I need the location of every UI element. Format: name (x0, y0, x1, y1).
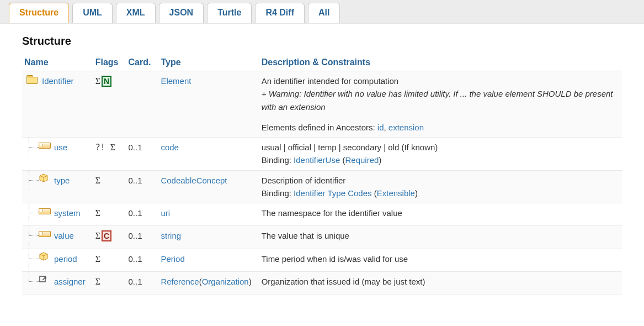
binding-value[interactable]: IdentifierUse (294, 155, 340, 165)
element-identifier[interactable]: Identifier (42, 75, 74, 87)
type-cell: CodeableConcept (158, 170, 259, 203)
table-row: typeΣ0..1CodeableConceptDescription of i… (22, 170, 622, 203)
description-cell: Description of identifierBinding: Identi… (259, 170, 622, 203)
summary-flag: Σ (110, 143, 115, 152)
summary-flag: Σ (95, 208, 100, 218)
cube-icon (39, 173, 51, 182)
type-element[interactable]: Element (161, 76, 191, 86)
section-heading: Structure (22, 35, 622, 48)
cardinality: 0..1 (126, 138, 159, 171)
tab-strip: StructureUMLXMLJSONTurtleR4 DiffAll (0, 0, 644, 24)
summary-flag: Σ (95, 76, 100, 86)
element-system[interactable]: system (54, 207, 81, 219)
tab-turtle[interactable]: Turtle (207, 3, 252, 23)
modifier-flag: ?! (95, 143, 110, 153)
col-desc[interactable]: Description & Constraints (259, 55, 622, 71)
element-assigner[interactable]: assigner (54, 275, 86, 288)
flags-cell: ΣN (93, 71, 126, 138)
summary-flag: Σ (95, 254, 100, 264)
type-string[interactable]: string (161, 231, 181, 240)
flags-cell: Σ (93, 170, 126, 203)
flags-cell: ΣC (93, 226, 126, 249)
type-code[interactable]: code (161, 143, 179, 152)
description-text: Organization that issued id (may be just… (262, 275, 614, 288)
tab-json[interactable]: JSON (159, 3, 204, 23)
cardinality: 0..1 (126, 271, 159, 294)
cardinality: 0..1 (126, 249, 159, 271)
tab-xml[interactable]: XML (116, 3, 156, 23)
cardinality: 0..1 (126, 226, 159, 249)
description-text: usual | official | temp | secondary | ol… (262, 141, 614, 154)
type-codeableconcept[interactable]: CodeableConcept (161, 176, 227, 185)
tab-all[interactable]: All (308, 3, 340, 23)
table-row: systemΣ0..1uriThe namespace for the iden… (22, 203, 622, 226)
tab-uml[interactable]: UML (72, 3, 113, 23)
table-row: IdentifierΣNElementAn identifier intende… (22, 71, 622, 138)
cardinality: 0..1 (126, 170, 159, 203)
ancestor-id[interactable]: id (377, 123, 384, 132)
structure-table: Name Flags Card. Type Description & Cons… (22, 55, 622, 295)
type-uri[interactable]: uri (161, 208, 170, 218)
type-cell: uri (158, 203, 259, 226)
cardinality: 0..1 (126, 203, 159, 226)
tab-structure[interactable]: Structure (9, 3, 69, 23)
flags-cell: Σ (93, 271, 126, 294)
summary-flag: Σ (95, 176, 100, 185)
folder-icon (26, 74, 39, 83)
prim-icon (39, 140, 51, 149)
table-row: use?! Σ0..1codeusual | official | temp |… (22, 138, 622, 171)
normative-flag: N (102, 76, 111, 87)
ancestors-line: Elements defined in Ancestors: id, exten… (262, 121, 614, 134)
constraint-flag: C (102, 230, 111, 241)
summary-flag: Σ (95, 231, 100, 240)
table-row: periodΣ0..1PeriodTime period when id is/… (22, 249, 622, 271)
summary-flag: Σ (95, 277, 100, 286)
description-text: The value that is unique (262, 229, 614, 242)
flags-cell: Σ (93, 249, 126, 271)
type-cell: string (158, 226, 259, 249)
description-cell: usual | official | temp | secondary | ol… (259, 138, 622, 171)
description-cell: The namespace for the identifier value (259, 203, 622, 226)
element-period[interactable]: period (54, 253, 77, 265)
binding-strength[interactable]: Extensible (377, 188, 415, 198)
tab-r4-diff[interactable]: R4 Diff (255, 3, 305, 23)
type-period[interactable]: Period (161, 254, 184, 264)
cube-icon (39, 252, 51, 261)
description-cell: Organization that issued id (may be just… (259, 271, 622, 294)
prim-icon (39, 206, 51, 215)
structure-panel: Structure Name Flags Card. Type Descript… (0, 24, 644, 306)
binding-line: Binding: Identifier Type Codes (Extensib… (262, 187, 614, 199)
description-cell: An identifier intended for computationWa… (259, 71, 622, 138)
flags-cell: Σ (93, 203, 126, 226)
col-type[interactable]: Type (158, 55, 259, 71)
description-text: Time period when id is/was valid for use (262, 253, 614, 265)
type-cell: Period (158, 249, 259, 271)
description-text: The namespace for the identifier value (262, 207, 614, 219)
constraint-warning: Warning: Identifier with no value has li… (262, 87, 614, 113)
table-row: assignerΣ0..1Reference(Organization)Orga… (22, 271, 622, 294)
type-cell: code (158, 138, 259, 171)
element-type[interactable]: type (54, 174, 70, 187)
type-reference[interactable]: Reference (161, 277, 199, 286)
col-name[interactable]: Name (22, 55, 93, 71)
prim-icon (39, 229, 51, 238)
cardinality (126, 71, 159, 138)
binding-line: Binding: IdentifierUse (Required) (262, 154, 614, 166)
col-card[interactable]: Card. (126, 55, 159, 71)
binding-strength[interactable]: Required (345, 155, 379, 165)
type-cell: Element (158, 71, 259, 138)
flags-cell: ?! Σ (93, 138, 126, 171)
type-target-organization[interactable]: Organization (202, 277, 249, 286)
binding-value[interactable]: Identifier Type Codes (294, 188, 371, 198)
type-cell: Reference(Organization) (158, 271, 259, 294)
ancestor-extension[interactable]: extension (388, 123, 424, 132)
ref-icon (39, 275, 51, 283)
description-cell: Time period when id is/was valid for use (259, 249, 622, 271)
table-row: valueΣC0..1stringThe value that is uniqu… (22, 226, 622, 249)
element-value[interactable]: value (54, 229, 74, 242)
description-text: An identifier intended for computation (262, 75, 614, 87)
description-cell: The value that is unique (259, 226, 622, 249)
description-text: Description of identifier (262, 174, 614, 187)
col-flags[interactable]: Flags (93, 55, 126, 71)
element-use[interactable]: use (54, 141, 67, 154)
